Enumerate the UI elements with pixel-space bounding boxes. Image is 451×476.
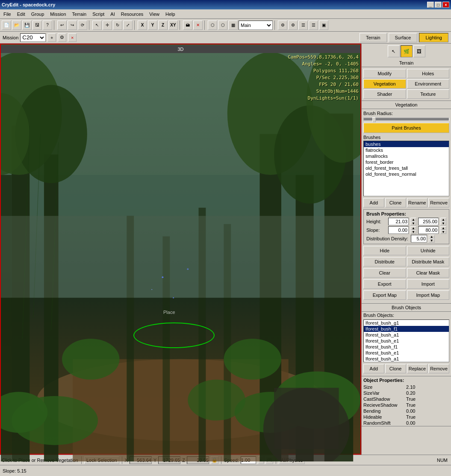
clear-mask-btn[interactable]: Clear Mask	[407, 268, 450, 278]
minimize-btn[interactable]: _	[427, 2, 434, 8]
import-btn[interactable]: Import	[407, 279, 450, 289]
menu-view[interactable]: View	[147, 11, 162, 18]
menu-script[interactable]: Script	[90, 11, 107, 18]
toolbar-red[interactable]: ✕	[193, 21, 203, 30]
toolbar-something[interactable]: ⟳	[78, 21, 87, 30]
toolbar-move2[interactable]: ⬡	[208, 21, 217, 30]
toolbar-help[interactable]: ?	[43, 21, 52, 30]
slope-up1[interactable]: ▲	[410, 226, 416, 230]
viewport-container[interactable]: 3D	[0, 44, 361, 455]
btn-modify[interactable]: Modify	[363, 69, 406, 78]
btn-vegetation[interactable]: Vegetation	[363, 79, 406, 89]
slope-up2[interactable]: ▲	[440, 226, 446, 230]
menu-edit[interactable]: Edit	[15, 11, 28, 18]
menu-resources[interactable]: Resources	[118, 11, 146, 18]
height-up1[interactable]: ▲	[410, 218, 416, 222]
brush-rename-btn[interactable]: Rename	[407, 198, 428, 207]
slope-val1[interactable]	[388, 226, 409, 234]
hide-btn[interactable]: Hide	[363, 246, 406, 255]
icon-vegetation[interactable]: 🌿	[401, 45, 413, 57]
brush-item-old-forest-tall[interactable]: old_forest_trees_tall	[364, 165, 449, 171]
brush-item-bushes[interactable]: bushes	[364, 141, 449, 147]
mission-settings-btn[interactable]: ⚙	[58, 33, 66, 42]
obj-clone-btn[interactable]: Clone	[385, 364, 406, 373]
brush-remove-btn[interactable]: Remove	[428, 198, 449, 207]
tab-terrain[interactable]: Terrain	[360, 33, 387, 42]
toolbar-open[interactable]: 📂	[12, 21, 21, 30]
toolbar-scale[interactable]: ⤢	[123, 21, 133, 30]
height-val1[interactable]	[388, 218, 409, 225]
distribute-btn[interactable]: Distribute	[363, 257, 406, 266]
toolbar-terrain-icon[interactable]: 🏔	[183, 21, 192, 30]
toolbar-move[interactable]: ✛	[103, 21, 112, 30]
mission-dropdown[interactable]: C20	[20, 33, 46, 42]
brush-radius-track[interactable]	[363, 118, 449, 121]
bo-item-6[interactable]: lforest_bush_a1	[364, 356, 449, 362]
obj-remove-btn[interactable]: Remove	[428, 364, 449, 373]
obj-replace-btn[interactable]: Replace	[407, 364, 428, 373]
btn-holes[interactable]: Holes	[407, 69, 450, 78]
toolbar-y[interactable]: Y	[148, 21, 157, 30]
menu-group[interactable]: Group	[29, 11, 47, 18]
toolbar-saveas[interactable]: 🖫	[32, 21, 42, 30]
brush-item-smallrocks[interactable]: smallrocks	[364, 153, 449, 159]
slope-down2[interactable]: ▼	[440, 230, 446, 234]
distribute-mask-btn[interactable]: Distribute Mask	[407, 257, 450, 266]
bo-item-3[interactable]: lforest_bush_e1	[364, 338, 449, 344]
menu-ai[interactable]: AI	[108, 11, 117, 18]
toolbar-new[interactable]: 📄	[2, 21, 11, 30]
bo-item-1[interactable]: lforest_bush_f1	[364, 326, 449, 332]
btn-environment[interactable]: Environment	[407, 79, 450, 89]
btn-shader[interactable]: Shader	[363, 89, 406, 99]
toolbar-select[interactable]: ↖	[92, 21, 102, 30]
menu-terrain[interactable]: Terrain	[70, 11, 89, 18]
mission-delete-btn[interactable]: ×	[68, 33, 77, 42]
menu-file[interactable]: File	[1, 11, 14, 18]
brush-item-flatrocks[interactable]: flatrocks	[364, 147, 449, 153]
bo-item-4[interactable]: lforest_bush_f1	[364, 344, 449, 350]
btn-texture[interactable]: Texture	[407, 89, 450, 99]
menu-mission[interactable]: Mission	[47, 11, 68, 18]
close-btn[interactable]: ×	[442, 2, 449, 8]
toolbar-move3[interactable]: ⬡	[218, 21, 227, 30]
brush-radius-thumb[interactable]	[372, 117, 376, 122]
unhide-btn[interactable]: Unhide	[407, 246, 450, 255]
icon-pointer[interactable]: ↖	[388, 45, 400, 57]
density-val[interactable]	[411, 235, 427, 242]
toolbar-settings5[interactable]: ▣	[319, 21, 328, 30]
icon-photo[interactable]: 🖼	[413, 45, 425, 57]
height-down1[interactable]: ▼	[410, 222, 416, 225]
export-map-btn[interactable]: Export Map	[363, 290, 406, 300]
toolbar-settings1[interactable]: ⚙	[278, 21, 287, 30]
height-val2[interactable]	[418, 218, 439, 225]
maximize-btn[interactable]: □	[435, 2, 442, 8]
bo-item-0[interactable]: lforest_bush_g1	[364, 320, 449, 326]
toolbar-view-dropdown[interactable]: Main	[239, 21, 273, 30]
slope-down1[interactable]: ▼	[410, 230, 416, 234]
clear-btn[interactable]: Clear	[363, 268, 406, 278]
bo-item-5[interactable]: lforest_bush_e1	[364, 350, 449, 356]
menu-help[interactable]: Help	[163, 11, 178, 18]
import-map-btn[interactable]: Import Map	[407, 290, 450, 300]
brush-item-forest-border[interactable]: forest_border	[364, 159, 449, 165]
tab-lighting[interactable]: Lighting	[419, 33, 448, 42]
toolbar-redo[interactable]: ↪	[68, 21, 77, 30]
height-down2[interactable]: ▼	[440, 222, 446, 225]
toolbar-x[interactable]: X	[138, 21, 147, 30]
mission-add-btn[interactable]: +	[47, 33, 56, 42]
brush-add-btn[interactable]: Add	[363, 198, 384, 207]
toolbar-z[interactable]: Z	[158, 21, 168, 30]
toolbar-settings3[interactable]: ☰	[298, 21, 308, 30]
brush-clone-btn[interactable]: Clone	[385, 198, 406, 207]
toolbar-xy[interactable]: XY	[168, 21, 178, 30]
tab-surface[interactable]: Surface	[389, 33, 418, 42]
paint-brushes-btn[interactable]: Paint Brushes	[363, 123, 449, 133]
toolbar-layers[interactable]: ▦	[228, 21, 238, 30]
slope-val2[interactable]	[418, 226, 439, 234]
toolbar-settings2[interactable]: ⚙	[288, 21, 298, 30]
height-up2[interactable]: ▲	[440, 218, 446, 222]
brush-item-old-forest-normal[interactable]: old_forest_trees_normal	[364, 171, 449, 177]
toolbar-undo[interactable]: ↩	[57, 21, 67, 30]
density-up[interactable]: ▲	[429, 235, 435, 239]
toolbar-save[interactable]: 💾	[22, 21, 32, 30]
